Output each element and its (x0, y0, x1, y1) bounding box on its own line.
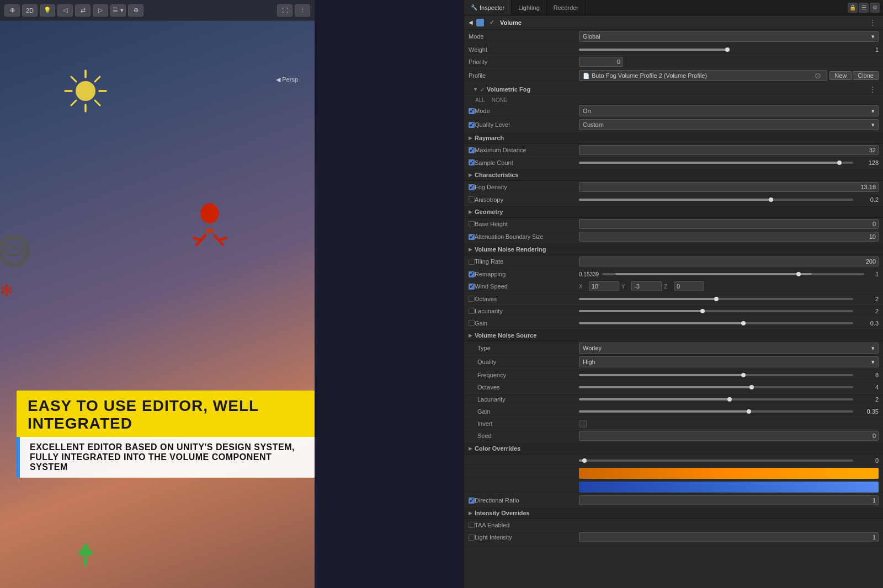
light-intensity-input[interactable] (579, 532, 879, 542)
fog-mode-dropdown[interactable]: On ▾ (579, 105, 879, 116)
vnr-arrow[interactable]: ▶ (469, 247, 472, 252)
vnr-octaves-thumb[interactable] (714, 297, 719, 301)
inspector-scroll[interactable]: Mode Global ▾ Weight 1 Priority 0 Pr (464, 30, 883, 587)
vnr-gain-value: 0.3 (857, 320, 879, 327)
directional-ratio-checkbox[interactable]: ✓ (469, 498, 475, 504)
wind-x-input[interactable]: 10 (589, 281, 619, 291)
filter-btn[interactable]: ☰ (859, 3, 869, 13)
light-intensity-checkbox[interactable] (469, 534, 475, 541)
wind-z-input[interactable]: 0 (674, 281, 704, 291)
vnr-gain-row: Gain 0.3 (464, 317, 883, 329)
flip-btn[interactable]: ⇄ (75, 4, 91, 17)
vns-invert-checkbox[interactable] (579, 420, 587, 427)
lock-btn[interactable]: 🔒 (848, 3, 858, 13)
priority-input[interactable]: 0 (579, 57, 623, 67)
vns-gain-track[interactable] (579, 410, 853, 413)
fog-mode-checkbox[interactable]: ✓ (469, 108, 475, 114)
vnr-lacunarity-track[interactable] (579, 310, 853, 312)
tab-inspector[interactable]: 🔧 Inspector (464, 0, 512, 15)
directional-ratio-input[interactable]: 1 (579, 495, 879, 505)
volume-kebab-menu[interactable]: ⋮ (866, 18, 879, 27)
quality-level-checkbox[interactable]: ✓ (469, 122, 475, 128)
2d-btn[interactable]: 2D (22, 4, 38, 17)
remapping-track[interactable] (602, 273, 864, 275)
fog-mode-value: On (583, 108, 591, 114)
color-track[interactable] (579, 459, 853, 462)
vns-frequency-track[interactable] (579, 374, 853, 376)
sample-count-thumb[interactable] (837, 161, 842, 165)
wind-speed-checkbox[interactable]: ✓ (469, 284, 475, 290)
vns-type-dropdown[interactable]: Worley ▾ (579, 343, 879, 354)
characteristics-arrow[interactable]: ▶ (469, 172, 472, 178)
all-button[interactable]: ALL (475, 97, 485, 103)
base-height-checkbox[interactable] (469, 221, 475, 227)
layers-btn[interactable]: ☰ ▾ (110, 4, 126, 17)
svg-rect-16 (6, 247, 22, 255)
vnr-octaves-checkbox[interactable] (469, 296, 475, 302)
transform-tool-btn[interactable]: ⊕ (4, 4, 20, 17)
profile-clone-button[interactable]: Clone (853, 71, 879, 80)
anim-btn[interactable]: ▷ (93, 4, 108, 17)
fog-density-checkbox[interactable]: ✓ (469, 184, 475, 190)
raymarch-arrow[interactable]: ▶ (469, 135, 472, 141)
vns-lacunarity-thumb[interactable] (727, 397, 732, 402)
mode-dropdown[interactable]: Global ▾ (579, 31, 879, 42)
vnr-octaves-slider: 2 (579, 296, 879, 302)
tiling-rate-input[interactable]: 200 (579, 256, 879, 266)
sample-count-checkbox[interactable]: ✓ (469, 159, 475, 165)
max-distance-checkbox[interactable]: ✓ (469, 147, 475, 153)
vns-lacunarity-track[interactable] (579, 398, 853, 400)
tab-lighting[interactable]: Lighting (512, 0, 547, 15)
tab-recorder[interactable]: Recorder (547, 0, 586, 15)
chain-icon (0, 232, 33, 270)
intensity-overrides-arrow[interactable]: ▶ (469, 510, 472, 516)
light-btn[interactable]: 💡 (40, 4, 55, 17)
vns-quality-dropdown[interactable]: High ▾ (579, 356, 879, 367)
tiling-rate-checkbox[interactable] (469, 259, 475, 265)
vns-arrow[interactable]: ▶ (469, 333, 472, 338)
profile-dot-button[interactable]: ⊙ (812, 70, 823, 81)
maximize-btn[interactable]: ⛶ (277, 4, 292, 17)
blue-color-bar[interactable] (579, 482, 879, 493)
sample-count-track[interactable] (579, 162, 853, 164)
scene-options-btn[interactable]: ⊕ (128, 4, 143, 17)
vnr-lacunarity-thumb[interactable] (700, 309, 705, 313)
vns-octaves-thumb[interactable] (749, 385, 754, 389)
taa-checkbox[interactable] (469, 522, 475, 528)
color-thumb[interactable] (582, 458, 587, 463)
vns-gain-label: Gain (469, 408, 579, 415)
remapping-checkbox[interactable]: ✓ (469, 271, 475, 277)
attenuation-boundary-input[interactable]: 10 (579, 232, 879, 242)
anisotropy-track[interactable] (579, 199, 853, 201)
vnr-octaves-track[interactable] (579, 298, 853, 300)
orange-color-bar[interactable] (579, 468, 879, 479)
profile-new-button[interactable]: New (829, 71, 852, 80)
audio-btn[interactable]: ◁ (57, 4, 73, 17)
vnr-gain-checkbox[interactable] (469, 320, 475, 326)
wind-y-input[interactable]: -3 (631, 281, 662, 291)
weight-track[interactable] (579, 49, 727, 51)
vnr-lacunarity-checkbox[interactable] (469, 308, 475, 314)
none-button[interactable]: NONE (492, 97, 508, 103)
quality-level-dropdown[interactable]: Custom ▾ (579, 119, 879, 130)
vns-octaves-track[interactable] (579, 386, 853, 388)
settings-btn[interactable]: ⚙ (870, 3, 880, 13)
base-height-input[interactable]: 0 (579, 219, 879, 229)
fog-density-input[interactable]: 13.18 (579, 182, 879, 192)
remapping-thumb[interactable] (796, 272, 801, 276)
max-distance-input[interactable]: 32 (579, 145, 879, 155)
color-overrides-arrow[interactable]: ▶ (469, 446, 472, 451)
more-btn[interactable]: ⋮ (295, 4, 310, 17)
geometry-arrow[interactable]: ▶ (469, 209, 472, 215)
vnr-gain-track[interactable] (579, 322, 853, 324)
vnr-gain-thumb[interactable] (741, 321, 746, 325)
volumetric-fog-arrow[interactable]: ▼ (473, 87, 478, 92)
attenuation-boundary-checkbox[interactable]: ✓ (469, 234, 475, 240)
anisotropy-thumb[interactable] (769, 197, 773, 202)
vns-seed-input[interactable]: 0 (579, 431, 879, 441)
vns-frequency-thumb[interactable] (741, 373, 746, 377)
anisotropy-checkbox[interactable] (469, 196, 475, 202)
vfog-kebab[interactable]: ⋮ (866, 85, 879, 94)
weight-thumb[interactable] (725, 47, 730, 52)
vns-gain-thumb[interactable] (747, 409, 751, 414)
